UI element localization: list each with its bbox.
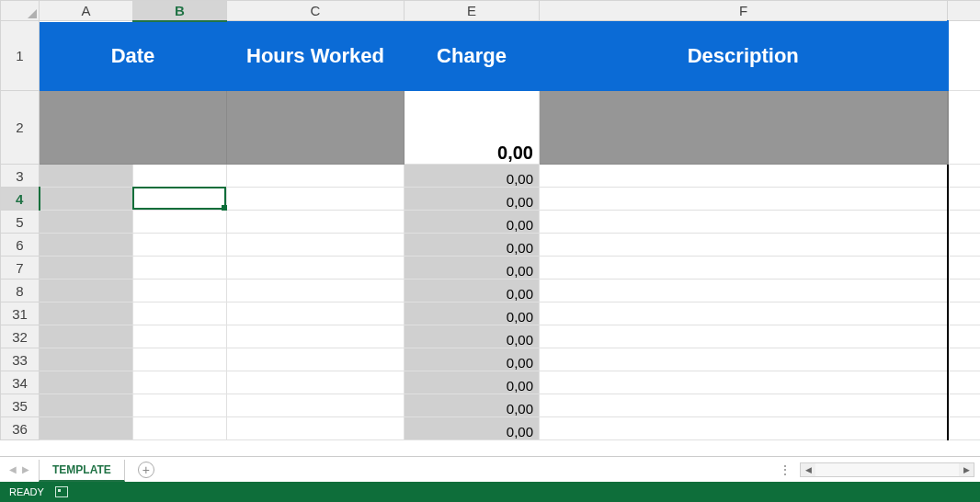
cell-B4[interactable] — [133, 188, 227, 211]
col-header-F[interactable]: F — [540, 1, 948, 21]
cell[interactable] — [948, 257, 981, 280]
cell[interactable] — [948, 21, 981, 91]
splitter-handle-icon[interactable]: ⋮ — [779, 462, 791, 477]
cell-total-charge[interactable]: 0,00 — [405, 91, 540, 165]
cell[interactable] — [227, 211, 405, 234]
cell[interactable] — [133, 302, 227, 325]
cell[interactable] — [948, 91, 981, 165]
cell[interactable] — [133, 280, 227, 302]
row-header[interactable]: 35 — [1, 394, 40, 417]
header-hours[interactable]: Hours Worked — [227, 21, 405, 91]
cell[interactable] — [40, 348, 133, 371]
cell[interactable] — [227, 325, 405, 348]
cell[interactable] — [540, 280, 948, 302]
row-header[interactable]: 6 — [1, 234, 40, 257]
cell-charge[interactable]: 0,00 — [405, 417, 540, 440]
cell[interactable] — [133, 348, 227, 371]
row-header[interactable]: 5 — [1, 211, 40, 234]
row-header[interactable]: 34 — [1, 371, 40, 394]
cell[interactable] — [540, 234, 948, 257]
row-header[interactable]: 8 — [1, 280, 40, 302]
cell[interactable] — [40, 302, 133, 325]
col-header-A[interactable]: A — [40, 1, 133, 21]
cell[interactable] — [948, 302, 981, 325]
col-header-C[interactable]: C — [227, 1, 405, 21]
cell[interactable] — [540, 394, 948, 417]
cell[interactable] — [40, 417, 133, 440]
cell-charge[interactable]: 0,00 — [405, 394, 540, 417]
cell[interactable] — [540, 302, 948, 325]
macro-record-icon[interactable] — [55, 486, 68, 497]
col-header-E[interactable]: E — [405, 1, 540, 21]
cell[interactable] — [133, 234, 227, 257]
sheet-tab-template[interactable]: TEMPLATE — [39, 460, 125, 482]
cell[interactable] — [948, 348, 981, 371]
cell[interactable] — [948, 280, 981, 302]
add-sheet-button[interactable]: + — [138, 462, 154, 478]
sheet-nav-arrows[interactable]: ◀ ▶ — [0, 464, 39, 474]
spreadsheet-grid[interactable]: A B C E F 1 Date Hours Worked Charge Des… — [0, 0, 980, 456]
cell[interactable] — [227, 280, 405, 302]
scroll-track[interactable] — [815, 463, 959, 476]
cell[interactable] — [40, 394, 133, 417]
cell[interactable] — [40, 257, 133, 280]
row-header[interactable]: 36 — [1, 417, 40, 440]
cell[interactable] — [948, 165, 981, 188]
scroll-left-icon[interactable]: ◀ — [801, 463, 815, 476]
cell[interactable] — [540, 417, 948, 440]
cell-charge[interactable]: 0,00 — [405, 302, 540, 325]
cell[interactable] — [948, 188, 981, 211]
cell-charge[interactable]: 0,00 — [405, 371, 540, 394]
cell-charge[interactable]: 0,00 — [405, 188, 540, 211]
row-header[interactable]: 32 — [1, 325, 40, 348]
select-all-corner[interactable] — [1, 1, 40, 21]
header-description[interactable]: Description — [540, 21, 948, 91]
cell[interactable] — [40, 371, 133, 394]
cell-charge[interactable]: 0,00 — [405, 165, 540, 188]
cell[interactable] — [40, 280, 133, 302]
cell[interactable] — [540, 325, 948, 348]
cell[interactable] — [40, 188, 133, 211]
row-header[interactable]: 2 — [1, 91, 40, 165]
row-header[interactable]: 31 — [1, 302, 40, 325]
horizontal-scrollbar[interactable]: ◀ ▶ — [800, 462, 974, 477]
cell[interactable] — [948, 211, 981, 234]
cell[interactable] — [133, 165, 227, 188]
cell[interactable] — [133, 371, 227, 394]
row-header[interactable]: 1 — [1, 21, 40, 91]
cell[interactable] — [40, 325, 133, 348]
cell[interactable] — [40, 234, 133, 257]
cell[interactable] — [948, 325, 981, 348]
cell[interactable] — [227, 371, 405, 394]
cell[interactable] — [227, 188, 405, 211]
scroll-right-icon[interactable]: ▶ — [959, 463, 974, 476]
header-date[interactable]: Date — [40, 21, 227, 91]
cell-charge[interactable]: 0,00 — [405, 325, 540, 348]
header-charge[interactable]: Charge — [405, 21, 540, 91]
col-header-B[interactable]: B — [133, 1, 227, 21]
sheet-nav-prev-icon[interactable]: ◀ — [9, 464, 17, 474]
cell[interactable] — [133, 325, 227, 348]
cell[interactable] — [133, 394, 227, 417]
cell[interactable] — [227, 234, 405, 257]
cell[interactable] — [540, 348, 948, 371]
cell[interactable] — [540, 257, 948, 280]
sheet-nav-next-icon[interactable]: ▶ — [22, 464, 29, 474]
cell[interactable] — [227, 257, 405, 280]
cell[interactable] — [133, 417, 227, 440]
cell[interactable] — [40, 165, 133, 188]
row-header[interactable]: 3 — [1, 165, 40, 188]
row-header[interactable]: 33 — [1, 348, 40, 371]
cell[interactable] — [227, 394, 405, 417]
cell-charge[interactable]: 0,00 — [405, 211, 540, 234]
cell-charge[interactable]: 0,00 — [405, 257, 540, 280]
cell[interactable] — [40, 211, 133, 234]
cell[interactable] — [948, 234, 981, 257]
cell[interactable] — [540, 371, 948, 394]
cell[interactable] — [227, 302, 405, 325]
cell[interactable] — [540, 165, 948, 188]
cell[interactable] — [948, 417, 981, 440]
cell-charge[interactable]: 0,00 — [405, 280, 540, 302]
cell[interactable] — [540, 188, 948, 211]
cell-charge[interactable]: 0,00 — [405, 234, 540, 257]
